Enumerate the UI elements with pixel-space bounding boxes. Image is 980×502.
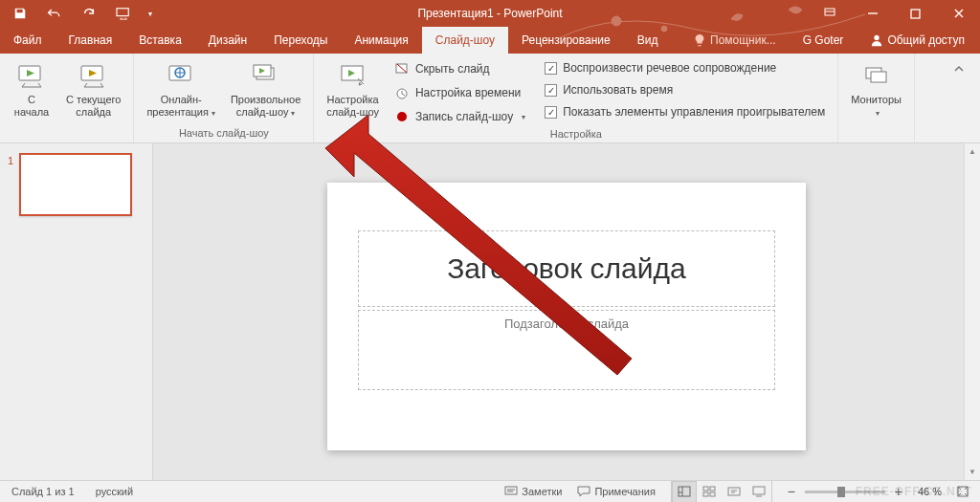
slide-thumbnail-1[interactable] xyxy=(19,153,132,216)
slide-thumbnail-panel: 1 xyxy=(0,143,153,480)
monitors-button[interactable]: Мониторы▾ xyxy=(844,56,908,122)
checkbox-checked-icon: ✓ xyxy=(545,84,557,97)
subtitle-placeholder[interactable]: Подзаголовок слайда xyxy=(358,310,775,390)
zoom-thumb[interactable] xyxy=(837,487,845,497)
vertical-scrollbar[interactable]: ▲ ▼ xyxy=(964,143,980,480)
group-monitors: Мониторы▾ xyxy=(838,54,915,142)
record-icon xyxy=(394,109,410,124)
fit-icon xyxy=(956,485,969,498)
svg-point-19 xyxy=(397,112,407,121)
svg-rect-21 xyxy=(871,72,886,82)
notes-button[interactable]: Заметки xyxy=(501,481,566,503)
svg-rect-25 xyxy=(710,487,715,491)
slide-canvas[interactable]: Заголовок слайда Подзаголовок слайда xyxy=(327,183,806,450)
lightbulb-icon xyxy=(693,33,706,47)
setup-slideshow-button[interactable]: Настройкаслайд-шоу xyxy=(320,56,386,121)
svg-rect-24 xyxy=(703,487,708,491)
record-slideshow-button[interactable]: Запись слайд-шоу ▾ xyxy=(388,106,532,127)
window-controls xyxy=(808,0,980,27)
monitors-icon xyxy=(861,61,892,92)
title-bar: ▾ Презентация1 - PowerPoint xyxy=(0,0,980,27)
present-online-icon xyxy=(166,61,196,92)
present-online-button[interactable]: Онлайн-презентация▾ xyxy=(140,56,222,122)
chevron-down-icon: ▾ xyxy=(212,109,215,118)
language-indicator[interactable]: русский xyxy=(92,481,137,503)
group-setup: Настройкаслайд-шоу Скрыть слайд Настройк… xyxy=(314,54,838,142)
close-icon[interactable] xyxy=(937,0,980,27)
from-beginning-button[interactable]: Сначала xyxy=(6,56,57,121)
svg-rect-28 xyxy=(728,488,740,495)
group-start-slideshow-2: Онлайн-презентация▾ Произвольноеслайд-шо… xyxy=(134,54,314,142)
scroll-down-icon[interactable]: ▼ xyxy=(965,464,980,480)
maximize-icon[interactable] xyxy=(894,0,937,27)
hide-slide-icon xyxy=(394,61,410,76)
slideshow-view-button[interactable] xyxy=(746,481,771,503)
svg-rect-0 xyxy=(117,9,128,16)
tell-me-search[interactable]: Помощник... xyxy=(683,33,786,47)
slide-thumbnail-number: 1 xyxy=(8,153,15,166)
hide-slide-button[interactable]: Скрыть слайд xyxy=(388,58,532,79)
scroll-up-icon[interactable]: ▲ xyxy=(965,143,980,160)
undo-icon[interactable] xyxy=(42,0,67,27)
zoom-in-button[interactable]: + xyxy=(891,484,906,499)
ribbon-options-icon[interactable] xyxy=(808,0,851,27)
zoom-slider[interactable]: − + xyxy=(784,484,906,499)
zoom-level[interactable]: 46 % xyxy=(914,481,946,503)
start-show-icon[interactable] xyxy=(111,0,136,27)
svg-rect-27 xyxy=(710,492,715,496)
zoom-track[interactable] xyxy=(805,491,885,493)
workspace: 1 Заголовок слайда Подзаголовок слайда ▲… xyxy=(0,143,980,480)
collapse-ribbon-icon[interactable] xyxy=(947,59,970,78)
custom-slideshow-icon xyxy=(251,61,281,92)
play-narrations-label: Воспроизвести речевое сопровождение xyxy=(563,61,776,75)
slide-editor[interactable]: Заголовок слайда Подзаголовок слайда ▲ ▼ xyxy=(153,143,980,480)
use-timings-checkbox[interactable]: ✓ Использовать время xyxy=(538,80,832,99)
fit-to-window-button[interactable] xyxy=(953,482,972,501)
minimize-icon[interactable] xyxy=(851,0,894,27)
save-icon[interactable] xyxy=(8,0,33,27)
status-bar: Слайд 1 из 1 русский Заметки Примечания … xyxy=(0,480,980,502)
checkbox-checked-icon: ✓ xyxy=(545,62,557,75)
comments-button[interactable]: Примечания xyxy=(573,481,659,503)
tab-slideshow[interactable]: Слайд-шоу xyxy=(422,27,508,54)
title-placeholder[interactable]: Заголовок слайда xyxy=(358,230,775,307)
group-label-setup: Настройка xyxy=(320,127,832,142)
user-account[interactable]: G Goter xyxy=(790,33,858,47)
comments-label: Примечания xyxy=(594,486,656,497)
tab-review[interactable]: Рецензирование xyxy=(508,27,624,54)
redo-icon[interactable] xyxy=(77,0,101,27)
group-start-slideshow: Сначала С текущегослайда xyxy=(0,54,134,142)
share-person-icon xyxy=(870,33,883,47)
show-media-controls-checkbox[interactable]: ✓ Показать элементы управления проигрыва… xyxy=(538,102,832,121)
share-button[interactable]: Общий доступ xyxy=(860,33,974,47)
sorter-view-button[interactable] xyxy=(697,481,722,503)
share-label: Общий доступ xyxy=(887,33,965,47)
normal-view-button[interactable] xyxy=(672,481,697,503)
tab-transitions[interactable]: Переходы xyxy=(260,27,341,54)
use-timings-label: Использовать время xyxy=(563,83,673,97)
ribbon: Сначала С текущегослайда Онлайн-презента… xyxy=(0,54,980,143)
tab-insert[interactable]: Вставка xyxy=(125,27,195,54)
notes-label: Заметки xyxy=(522,486,562,497)
zoom-out-button[interactable]: − xyxy=(784,484,799,499)
tab-home[interactable]: Главная xyxy=(56,27,126,54)
show-controls-label: Показать элементы управления проигрывате… xyxy=(563,105,825,119)
play-narrations-checkbox[interactable]: ✓ Воспроизвести речевое сопровождение xyxy=(538,58,832,77)
from-current-button[interactable]: С текущегослайда xyxy=(59,56,127,121)
reading-view-button[interactable] xyxy=(722,481,746,503)
custom-slideshow-button[interactable]: Произвольноеслайд-шоу▾ xyxy=(224,56,307,122)
from-beginning-icon xyxy=(16,61,47,92)
tab-file[interactable]: Файл xyxy=(0,27,56,54)
rehearse-label: Настройка времени xyxy=(415,86,521,99)
chevron-down-icon: ▾ xyxy=(876,109,880,118)
tab-design[interactable]: Дизайн xyxy=(195,27,260,54)
slide-counter[interactable]: Слайд 1 из 1 xyxy=(8,481,78,503)
qat-customize-icon[interactable]: ▾ xyxy=(148,10,152,18)
hide-slide-label: Скрыть слайд xyxy=(415,62,490,76)
tab-animations[interactable]: Анимация xyxy=(341,27,421,54)
view-buttons xyxy=(671,481,772,503)
tab-view[interactable]: Вид xyxy=(624,27,672,54)
rehearse-timings-button[interactable]: Настройка времени xyxy=(388,82,532,103)
checkbox-checked-icon: ✓ xyxy=(545,106,557,119)
chevron-down-icon: ▾ xyxy=(522,113,525,121)
